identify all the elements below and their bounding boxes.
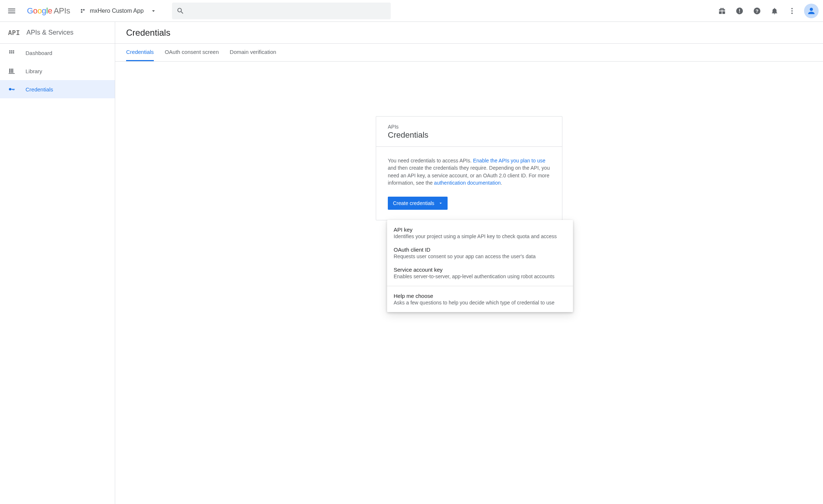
menu-item-title: OAuth client ID bbox=[394, 247, 566, 253]
tab-label: Credentials bbox=[126, 49, 154, 55]
sidebar-item-dashboard[interactable]: Dashboard bbox=[0, 44, 115, 62]
caret-down-icon bbox=[150, 8, 157, 14]
api-glyph-icon: API bbox=[8, 29, 20, 36]
svg-point-0 bbox=[81, 9, 83, 11]
sidebar-item-label: Library bbox=[26, 68, 42, 74]
sidebar-item-label: Credentials bbox=[26, 86, 53, 92]
notifications-icon[interactable] bbox=[771, 7, 779, 15]
svg-rect-14 bbox=[13, 50, 14, 51]
svg-rect-16 bbox=[11, 52, 12, 53]
svg-rect-13 bbox=[11, 50, 12, 51]
svg-rect-24 bbox=[13, 89, 14, 90]
svg-rect-5 bbox=[739, 12, 740, 13]
svg-rect-17 bbox=[13, 52, 14, 53]
svg-rect-25 bbox=[12, 89, 13, 90]
sidebar-item-library[interactable]: Library bbox=[0, 62, 115, 80]
menu-item-desc: Asks a few questions to help you decide … bbox=[394, 300, 566, 306]
svg-point-2 bbox=[81, 11, 83, 13]
auth-docs-link[interactable]: authentication documentation bbox=[434, 180, 501, 186]
svg-rect-15 bbox=[9, 52, 10, 53]
sidebar-title: APIs & Services bbox=[27, 29, 74, 36]
card-title: Credentials bbox=[388, 130, 550, 140]
svg-text:?: ? bbox=[756, 8, 758, 13]
person-icon bbox=[807, 6, 816, 16]
menu-item-title: Help me choose bbox=[394, 293, 566, 299]
svg-rect-20 bbox=[12, 68, 13, 73]
menu-item-desc: Identifies your project using a simple A… bbox=[394, 233, 566, 239]
menu-item-title: API key bbox=[394, 227, 566, 233]
gift-icon[interactable] bbox=[718, 7, 726, 15]
svg-point-11 bbox=[810, 8, 813, 11]
create-credentials-menu: API key Identifies your project using a … bbox=[387, 220, 573, 312]
svg-point-1 bbox=[83, 9, 85, 11]
card-supertitle: APIs bbox=[388, 124, 550, 130]
sidebar-header[interactable]: API APIs & Services bbox=[0, 22, 115, 44]
svg-point-8 bbox=[791, 8, 793, 9]
svg-rect-4 bbox=[739, 9, 740, 11]
credentials-card: APIs Credentials You need credentials to… bbox=[376, 116, 562, 220]
svg-rect-12 bbox=[9, 50, 10, 51]
key-icon bbox=[8, 86, 15, 93]
tab-label: Domain verification bbox=[230, 49, 276, 55]
card-description: You need credentials to access APIs. Ena… bbox=[388, 157, 550, 186]
caret-down-icon bbox=[438, 201, 443, 206]
sidebar: API APIs & Services Dashboard Library Cr… bbox=[0, 22, 115, 504]
menu-item-title: Service account key bbox=[394, 267, 566, 273]
create-credentials-label: Create credentials bbox=[393, 200, 434, 206]
search-box[interactable] bbox=[172, 3, 391, 19]
google-wordmark: Google bbox=[27, 6, 52, 16]
google-apis-logo[interactable]: Google APIs bbox=[27, 6, 70, 16]
desc-text: . bbox=[501, 180, 502, 186]
sidebar-item-label: Dashboard bbox=[26, 50, 52, 56]
menu-item-api-key[interactable]: API key Identifies your project using a … bbox=[387, 223, 573, 243]
svg-point-10 bbox=[791, 12, 793, 14]
search-icon bbox=[176, 7, 184, 15]
project-dots-icon bbox=[79, 8, 86, 14]
svg-point-9 bbox=[791, 10, 793, 12]
help-icon[interactable]: ? bbox=[753, 7, 761, 15]
menu-item-oauth-client[interactable]: OAuth client ID Requests user consent so… bbox=[387, 243, 573, 263]
svg-point-22 bbox=[9, 88, 12, 91]
tab-domain-verification[interactable]: Domain verification bbox=[230, 44, 276, 61]
tab-oauth-consent[interactable]: OAuth consent screen bbox=[165, 44, 219, 61]
tabs: Credentials OAuth consent screen Domain … bbox=[115, 44, 823, 62]
topbar: Google APIs mxHero Custom App ? bbox=[0, 0, 823, 22]
menu-item-desc: Requests user consent so your app can ac… bbox=[394, 253, 566, 259]
hamburger-menu-icon[interactable] bbox=[7, 6, 17, 16]
project-name: mxHero Custom App bbox=[90, 8, 144, 14]
main-content: Credentials Credentials OAuth consent sc… bbox=[115, 22, 823, 504]
page-header: Credentials bbox=[115, 22, 823, 44]
header-action-icons: ? bbox=[718, 7, 796, 15]
tab-credentials[interactable]: Credentials bbox=[126, 44, 154, 61]
menu-item-desc: Enables server-to-server, app-level auth… bbox=[394, 273, 566, 279]
enable-apis-link[interactable]: Enable the APIs you plan to use bbox=[473, 158, 545, 164]
create-credentials-button[interactable]: Create credentials bbox=[388, 197, 448, 210]
dashboard-icon bbox=[8, 49, 15, 56]
desc-text: You need credentials to access APIs. bbox=[388, 158, 473, 164]
page-title: Credentials bbox=[126, 28, 170, 38]
sidebar-item-credentials[interactable]: Credentials bbox=[0, 80, 115, 98]
account-avatar[interactable] bbox=[804, 4, 819, 18]
apis-wordmark: APIs bbox=[54, 6, 70, 16]
library-icon bbox=[8, 67, 15, 75]
more-vert-icon[interactable] bbox=[788, 7, 796, 15]
search-input[interactable] bbox=[188, 8, 386, 14]
svg-rect-21 bbox=[9, 73, 15, 74]
menu-separator bbox=[387, 286, 573, 286]
svg-rect-18 bbox=[9, 68, 10, 73]
tab-label: OAuth consent screen bbox=[165, 49, 219, 55]
svg-rect-23 bbox=[11, 89, 15, 90]
alert-icon[interactable] bbox=[736, 7, 744, 15]
menu-item-service-account[interactable]: Service account key Enables server-to-se… bbox=[387, 263, 573, 283]
svg-rect-19 bbox=[11, 68, 12, 73]
menu-item-help-me-choose[interactable]: Help me choose Asks a few questions to h… bbox=[387, 289, 573, 309]
project-picker[interactable]: mxHero Custom App bbox=[79, 8, 157, 14]
